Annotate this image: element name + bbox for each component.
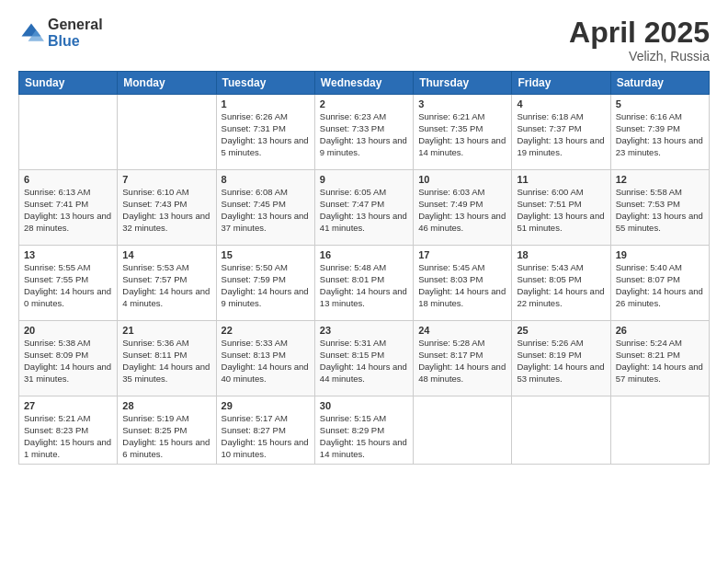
calendar-cell: 28Sunrise: 5:19 AM Sunset: 8:25 PM Dayli… — [118, 396, 216, 465]
day-number: 27 — [24, 400, 112, 411]
calendar-cell: 10Sunrise: 6:03 AM Sunset: 7:49 PM Dayli… — [414, 170, 512, 246]
calendar-cell: 22Sunrise: 5:33 AM Sunset: 8:13 PM Dayli… — [216, 321, 314, 396]
calendar-cell: 19Sunrise: 5:40 AM Sunset: 8:07 PM Dayli… — [610, 246, 709, 321]
day-number: 24 — [418, 325, 506, 336]
day-info: Sunrise: 5:48 AM Sunset: 8:01 PM Dayligh… — [320, 262, 408, 309]
day-number: 2 — [320, 98, 408, 109]
calendar-cell: 9Sunrise: 6:05 AM Sunset: 7:47 PM Daylig… — [314, 170, 413, 246]
calendar-cell: 13Sunrise: 5:55 AM Sunset: 7:55 PM Dayli… — [19, 246, 118, 321]
calendar-cell: 27Sunrise: 5:21 AM Sunset: 8:23 PM Dayli… — [19, 396, 118, 465]
day-info: Sunrise: 5:26 AM Sunset: 8:19 PM Dayligh… — [517, 338, 605, 385]
day-number: 8 — [222, 174, 310, 185]
calendar-cell: 30Sunrise: 5:15 AM Sunset: 8:29 PM Dayli… — [314, 396, 413, 465]
day-number: 21 — [122, 325, 210, 336]
calendar-cell — [19, 95, 118, 170]
day-number: 10 — [418, 174, 506, 185]
day-info: Sunrise: 5:21 AM Sunset: 8:23 PM Dayligh… — [24, 413, 112, 460]
day-number: 14 — [122, 249, 210, 260]
day-info: Sunrise: 6:16 AM Sunset: 7:39 PM Dayligh… — [616, 111, 704, 158]
calendar-cell: 25Sunrise: 5:26 AM Sunset: 8:19 PM Dayli… — [512, 321, 610, 396]
day-number: 1 — [222, 98, 310, 109]
day-number: 3 — [418, 98, 506, 109]
title-block: April 2025 Velizh, Russia — [569, 17, 710, 63]
day-info: Sunrise: 6:18 AM Sunset: 7:37 PM Dayligh… — [517, 111, 605, 158]
calendar-cell: 8Sunrise: 6:08 AM Sunset: 7:45 PM Daylig… — [216, 170, 314, 246]
day-number: 26 — [616, 325, 704, 336]
day-info: Sunrise: 5:43 AM Sunset: 8:05 PM Dayligh… — [517, 262, 605, 309]
calendar-cell — [118, 95, 216, 170]
header: General Blue April 2025 Velizh, Russia — [18, 17, 710, 63]
day-info: Sunrise: 5:19 AM Sunset: 8:25 PM Dayligh… — [122, 413, 210, 460]
logo: General Blue — [18, 17, 103, 49]
day-number: 15 — [222, 249, 310, 260]
calendar-header: SundayMondayTuesdayWednesdayThursdayFrid… — [19, 72, 710, 95]
calendar-cell: 7Sunrise: 6:10 AM Sunset: 7:43 PM Daylig… — [118, 170, 216, 246]
day-number: 20 — [24, 325, 112, 336]
calendar-cell: 2Sunrise: 6:23 AM Sunset: 7:33 PM Daylig… — [314, 95, 413, 170]
day-number: 23 — [320, 325, 408, 336]
day-info: Sunrise: 6:00 AM Sunset: 7:51 PM Dayligh… — [517, 187, 605, 234]
logo-blue: Blue — [48, 33, 103, 50]
calendar-cell: 1Sunrise: 6:26 AM Sunset: 7:31 PM Daylig… — [216, 95, 314, 170]
calendar-cell: 23Sunrise: 5:31 AM Sunset: 8:15 PM Dayli… — [314, 321, 413, 396]
day-number: 7 — [122, 174, 210, 185]
page: General Blue April 2025 Velizh, Russia S… — [0, 0, 728, 563]
day-number: 9 — [320, 174, 408, 185]
day-number: 5 — [616, 98, 704, 109]
day-info: Sunrise: 5:17 AM Sunset: 8:27 PM Dayligh… — [222, 413, 310, 460]
day-info: Sunrise: 6:10 AM Sunset: 7:43 PM Dayligh… — [122, 187, 210, 234]
weekday-header: Tuesday — [216, 72, 314, 95]
weekday-header: Wednesday — [314, 72, 413, 95]
day-number: 13 — [24, 249, 112, 260]
logo-icon — [18, 20, 44, 46]
calendar-cell — [512, 396, 610, 465]
day-info: Sunrise: 5:15 AM Sunset: 8:29 PM Dayligh… — [320, 413, 408, 460]
calendar-cell: 29Sunrise: 5:17 AM Sunset: 8:27 PM Dayli… — [216, 396, 314, 465]
day-info: Sunrise: 5:24 AM Sunset: 8:21 PM Dayligh… — [616, 338, 704, 385]
calendar-week-row: 27Sunrise: 5:21 AM Sunset: 8:23 PM Dayli… — [19, 396, 710, 465]
calendar-body: 1Sunrise: 6:26 AM Sunset: 7:31 PM Daylig… — [19, 95, 710, 465]
calendar-cell: 14Sunrise: 5:53 AM Sunset: 7:57 PM Dayli… — [118, 246, 216, 321]
weekday-row: SundayMondayTuesdayWednesdayThursdayFrid… — [19, 72, 710, 95]
day-info: Sunrise: 5:58 AM Sunset: 7:53 PM Dayligh… — [616, 187, 704, 234]
calendar-cell: 24Sunrise: 5:28 AM Sunset: 8:17 PM Dayli… — [414, 321, 512, 396]
logo-general: General — [48, 17, 103, 33]
day-info: Sunrise: 5:28 AM Sunset: 8:17 PM Dayligh… — [418, 338, 506, 385]
calendar-cell: 4Sunrise: 6:18 AM Sunset: 7:37 PM Daylig… — [512, 95, 610, 170]
day-number: 4 — [517, 98, 605, 109]
day-info: Sunrise: 5:31 AM Sunset: 8:15 PM Dayligh… — [320, 338, 408, 385]
day-number: 17 — [418, 249, 506, 260]
weekday-header: Friday — [512, 72, 610, 95]
weekday-header: Saturday — [610, 72, 709, 95]
calendar-week-row: 13Sunrise: 5:55 AM Sunset: 7:55 PM Dayli… — [19, 246, 710, 321]
weekday-header: Thursday — [414, 72, 512, 95]
calendar-cell: 20Sunrise: 5:38 AM Sunset: 8:09 PM Dayli… — [19, 321, 118, 396]
day-info: Sunrise: 5:33 AM Sunset: 8:13 PM Dayligh… — [222, 338, 310, 385]
calendar-week-row: 1Sunrise: 6:26 AM Sunset: 7:31 PM Daylig… — [19, 95, 710, 170]
title-month: April 2025 — [569, 17, 710, 49]
calendar-cell: 26Sunrise: 5:24 AM Sunset: 8:21 PM Dayli… — [610, 321, 709, 396]
day-info: Sunrise: 6:05 AM Sunset: 7:47 PM Dayligh… — [320, 187, 408, 234]
logo-text: General Blue — [48, 17, 103, 49]
day-number: 16 — [320, 249, 408, 260]
day-info: Sunrise: 6:21 AM Sunset: 7:35 PM Dayligh… — [418, 111, 506, 158]
day-info: Sunrise: 5:36 AM Sunset: 8:11 PM Dayligh… — [122, 338, 210, 385]
calendar-cell: 17Sunrise: 5:45 AM Sunset: 8:03 PM Dayli… — [414, 246, 512, 321]
calendar-cell: 18Sunrise: 5:43 AM Sunset: 8:05 PM Dayli… — [512, 246, 610, 321]
day-info: Sunrise: 5:55 AM Sunset: 7:55 PM Dayligh… — [24, 262, 112, 309]
calendar-cell: 16Sunrise: 5:48 AM Sunset: 8:01 PM Dayli… — [314, 246, 413, 321]
day-number: 11 — [517, 174, 605, 185]
day-number: 29 — [222, 400, 310, 411]
day-info: Sunrise: 5:53 AM Sunset: 7:57 PM Dayligh… — [122, 262, 210, 309]
calendar-cell: 15Sunrise: 5:50 AM Sunset: 7:59 PM Dayli… — [216, 246, 314, 321]
calendar-week-row: 6Sunrise: 6:13 AM Sunset: 7:41 PM Daylig… — [19, 170, 710, 246]
day-number: 6 — [24, 174, 112, 185]
day-info: Sunrise: 5:50 AM Sunset: 7:59 PM Dayligh… — [222, 262, 310, 309]
day-number: 25 — [517, 325, 605, 336]
calendar-cell — [610, 396, 709, 465]
weekday-header: Sunday — [19, 72, 118, 95]
title-location: Velizh, Russia — [569, 49, 710, 63]
day-info: Sunrise: 5:38 AM Sunset: 8:09 PM Dayligh… — [24, 338, 112, 385]
calendar-cell: 11Sunrise: 6:00 AM Sunset: 7:51 PM Dayli… — [512, 170, 610, 246]
weekday-header: Monday — [118, 72, 216, 95]
